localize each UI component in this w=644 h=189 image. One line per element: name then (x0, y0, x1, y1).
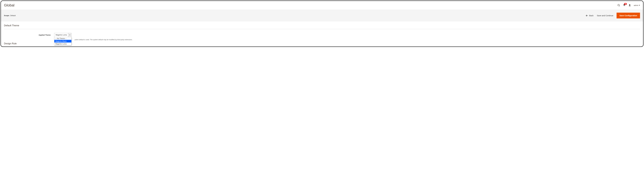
header-actions: 39 admin (617, 4, 640, 7)
scope-label: Scope: (4, 14, 10, 16)
svg-line-1 (619, 6, 620, 6)
applied-theme-dropdown-toggle[interactable] (68, 33, 71, 37)
svg-point-0 (618, 4, 620, 6)
scope-value: Default (10, 14, 16, 16)
toolbar-actions: Back Save and Continue Save Configuratio… (586, 13, 640, 18)
section-default-theme: Default Theme Applied Theme Magento Luma… (1, 22, 643, 42)
page-title: Global (4, 3, 14, 7)
applied-theme-select[interactable]: Magento Luma -- No Theme -- Magento Blan… (54, 33, 72, 37)
applied-theme-row: Applied Theme Magento Luma -- No Theme -… (4, 33, 640, 37)
applied-theme-option-no-theme[interactable]: -- No Theme -- (54, 37, 71, 40)
notifications-button[interactable]: 39 (623, 4, 626, 7)
applied-theme-hint: ystem default is used. The system defaul… (74, 39, 132, 40)
notification-badge: 39 (624, 3, 627, 5)
applied-theme-selected-value: Magento Luma (54, 33, 68, 37)
back-button[interactable]: Back (586, 14, 594, 16)
default-theme-form: Applied Theme Magento Luma -- No Theme -… (4, 29, 640, 42)
admin-user-menu[interactable]: admin (634, 4, 640, 6)
save-and-continue-button[interactable]: Save and Continue (597, 14, 613, 16)
action-toolbar: Scope: Default Back Save and Continue Sa… (1, 10, 643, 22)
back-button-label: Back (589, 14, 594, 16)
applied-theme-option-magento-luma[interactable]: Magento Luma (54, 42, 71, 45)
page-header: Global 39 admin (1, 1, 643, 8)
search-icon[interactable] (617, 4, 620, 7)
applied-theme-select-box[interactable]: Magento Luma (54, 33, 72, 37)
section-design-rule: Design Rule (1, 42, 643, 46)
save-configuration-button[interactable]: Save Configuration (616, 13, 640, 18)
chevron-down-icon (639, 5, 640, 6)
account-icon[interactable] (628, 4, 631, 6)
section-title-default-theme: Default Theme (4, 24, 640, 29)
chevron-down-icon (69, 34, 70, 36)
applied-theme-label: Applied Theme (4, 33, 54, 36)
section-title-design-rule: Design Rule (4, 42, 640, 45)
applied-theme-option-magento-blank[interactable]: Magento Blank (54, 40, 71, 42)
admin-user-label: admin (634, 4, 638, 6)
applied-theme-dropdown: -- No Theme -- Magento Blank Magento Lum… (54, 37, 72, 45)
arrow-left-icon (586, 15, 588, 16)
scope-indicator: Scope: Default (4, 14, 16, 16)
